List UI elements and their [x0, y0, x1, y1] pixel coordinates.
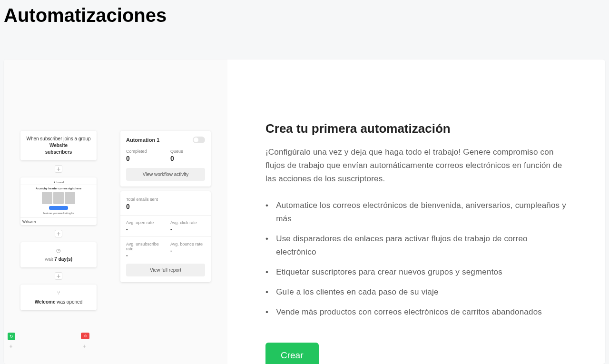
bounce-rate-label: Avg. bounce rate: [170, 242, 205, 246]
email-preview-images: [23, 192, 94, 204]
email-name-label: Welcome: [20, 217, 97, 225]
list-item: Automatice los correos electrónicos de b…: [265, 199, 567, 226]
email-cta-button: [49, 206, 68, 210]
add-step-icon: +: [81, 343, 88, 350]
no-path-badge: ⦸: [81, 333, 89, 339]
view-report-button: View full report: [126, 264, 205, 276]
preview-panel: When subscriber joins a group Website su…: [4, 59, 227, 364]
add-step-icon: +: [55, 272, 62, 280]
unsub-rate-label: Avg. unsubscribe rate: [126, 242, 161, 251]
trigger-text-line2: group: [79, 136, 91, 141]
workflow-condition-card: ⑂ Welcome was opened: [20, 285, 97, 310]
condition-suffix: was opened: [57, 299, 82, 305]
condition-email-name: Welcome: [35, 299, 56, 305]
wait-label: Wait: [45, 257, 53, 262]
yes-path-badge: ↻: [8, 333, 15, 340]
clock-icon: ◷: [26, 247, 91, 254]
automation-name: Automation 1: [126, 137, 159, 143]
feature-list: Automatice los correos electrónicos de b…: [265, 199, 567, 319]
page-title: Automatizaciones: [0, 0, 609, 36]
list-item: Guíe a los clientes en cada paso de su v…: [265, 285, 567, 299]
add-step-icon: +: [55, 165, 62, 173]
email-tagline: A catchy header comes right here: [36, 187, 81, 190]
automation-toggle: [193, 137, 205, 143]
queue-label: Queue: [170, 149, 205, 154]
wait-days: 7 day(s): [54, 256, 72, 262]
email-features-text: Features you were looking for: [23, 212, 94, 215]
section-heading: Crea tu primera automatización: [265, 121, 567, 136]
create-button[interactable]: Crear: [265, 343, 319, 364]
completed-value: 0: [126, 155, 161, 162]
list-item: Vende más productos con correos electrón…: [265, 305, 567, 319]
add-step-icon: +: [55, 230, 62, 237]
open-rate-label: Avg. open rate: [126, 220, 161, 225]
content-panel: Crea tu primera automatización ¡Configúr…: [227, 59, 605, 364]
workflow-trigger-card: When subscriber joins a group Website su…: [20, 131, 97, 160]
bounce-rate-value: -: [170, 247, 205, 253]
click-rate-value: -: [170, 226, 205, 232]
branch-icon: ⑂: [26, 289, 91, 296]
email-preview-body: A catchy header comes right here Feature…: [20, 185, 97, 217]
add-step-icon: +: [8, 343, 14, 350]
list-item: Etiquetar suscriptores para crear nuevos…: [265, 266, 567, 279]
workflow-wait-card: ◷ Wait 7 day(s): [20, 242, 97, 267]
unsub-rate-value: -: [126, 252, 161, 258]
open-rate-value: -: [126, 226, 161, 232]
automation-stats-panel: Automation 1 Completed 0 Queue 0 View wo…: [120, 131, 211, 187]
workflow-email-card: ✦ brand A catchy header comes right here…: [20, 177, 97, 225]
queue-value: 0: [170, 155, 205, 162]
total-sent-label: Total emails sent: [126, 197, 205, 202]
section-description: ¡Configúralo una vez y deja que haga tod…: [265, 146, 567, 186]
email-stats-panel: Total emails sent 0 Avg. open rate - Avg…: [120, 191, 211, 282]
click-rate-label: Avg. click rate: [170, 220, 205, 225]
list-item: Use disparadores de enlaces para activar…: [265, 232, 567, 259]
trigger-text-line1: When subscriber joins a: [26, 136, 77, 141]
view-workflow-button: View workflow activity: [126, 168, 205, 181]
completed-label: Completed: [126, 149, 161, 154]
onboarding-card: When subscriber joins a group Website su…: [4, 59, 605, 364]
stats-column: Automation 1 Completed 0 Queue 0 View wo…: [120, 131, 211, 364]
email-preview-header: ✦ brand: [20, 177, 97, 185]
trigger-group-name: Website: [49, 143, 68, 148]
workflow-column: When subscriber joins a group Website su…: [20, 131, 97, 364]
total-sent-value: 0: [126, 203, 205, 210]
trigger-group-name2: subscribers: [45, 149, 72, 155]
